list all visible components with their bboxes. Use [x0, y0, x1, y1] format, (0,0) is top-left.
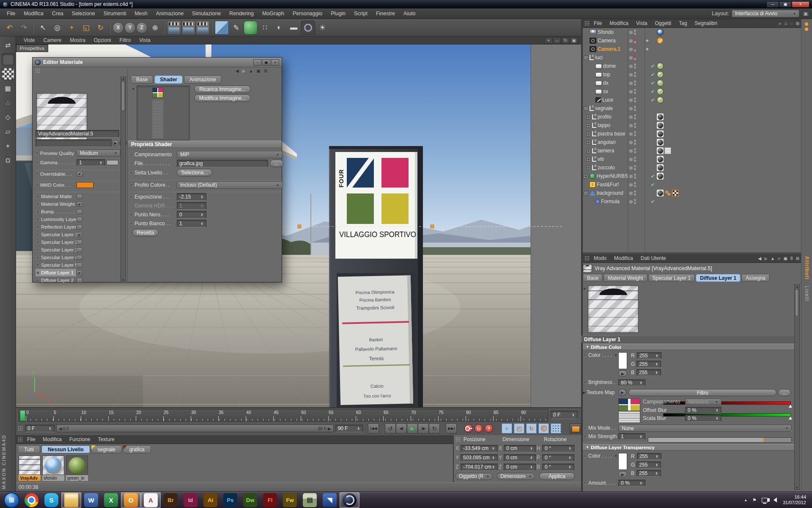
- volume-icon[interactable]: [774, 497, 777, 502]
- mix-strength-field[interactable]: 1: [618, 433, 645, 440]
- object-row[interactable]: - luci ⌖: [583, 53, 801, 62]
- mtlid-color-swatch[interactable]: [77, 182, 93, 188]
- viewport-menu-item[interactable]: Vista: [135, 37, 154, 43]
- layer-checkbox[interactable]: [77, 209, 82, 214]
- expand-toggle[interactable]: +: [586, 132, 591, 136]
- selection-handle-right[interactable]: [431, 225, 434, 228]
- visibility-dots[interactable]: [634, 55, 636, 60]
- layer-dot[interactable]: [629, 199, 633, 204]
- snap-icon[interactable]: Ω: [2, 154, 14, 166]
- mm-menu-item[interactable]: Funzione: [66, 436, 94, 442]
- layer-dot[interactable]: [629, 89, 633, 94]
- object-tags[interactable]: [656, 156, 801, 163]
- expand-toggle[interactable]: +: [586, 115, 591, 119]
- drag-grip[interactable]: [35, 68, 41, 74]
- profilo-colore-dropdown[interactable]: Incluso (Default): [177, 181, 283, 189]
- tr-color-expand-button[interactable]: ▶: [618, 471, 627, 478]
- material-layer-row[interactable]: Specular Layer 2: [36, 238, 76, 246]
- enabled-check[interactable]: ✔: [650, 97, 656, 103]
- object-tags[interactable]: [656, 71, 801, 78]
- visibility-dots[interactable]: [634, 182, 636, 187]
- enable-axis-icon[interactable]: ⌖: [2, 140, 14, 152]
- timeline-ruler[interactable]: 051015202530354045505560657075808590: [19, 409, 548, 422]
- am-scrollbar[interactable]: ▲▼: [794, 284, 800, 490]
- visibility-dots[interactable]: [634, 148, 636, 153]
- taskbar-photoshop-icon[interactable]: Ps: [223, 493, 237, 507]
- tr-color-swatch[interactable]: [618, 453, 627, 470]
- key-scale-toggle[interactable]: ◰: [514, 423, 524, 433]
- layer-dot[interactable]: [629, 55, 633, 60]
- material-layer-row[interactable]: Specular Layer 4: [36, 254, 76, 261]
- record-key-button[interactable]: [464, 424, 473, 433]
- object-name[interactable]: lamiera: [598, 148, 614, 154]
- material-layer-row[interactable]: Diffuse Layer 2: [36, 276, 76, 284]
- material-editor-scrollbar[interactable]: ▲▼: [121, 77, 126, 282]
- toolbar-separator[interactable]: [212, 21, 213, 34]
- layer-arrow-button[interactable]: ▶: [112, 140, 118, 146]
- taskbar-excel-icon[interactable]: X: [104, 493, 118, 507]
- om-menu-item[interactable]: Tag: [675, 20, 691, 26]
- render-settings-icon[interactable]: [181, 21, 195, 35]
- am-up-icon[interactable]: ▲: [771, 256, 775, 261]
- object-name[interactable]: Sfondo: [598, 29, 614, 35]
- close-button[interactable]: ×: [792, 1, 809, 8]
- me-nav-icons[interactable]: ◀▶▲▣⊞: [236, 69, 267, 73]
- object-tags[interactable]: [656, 164, 801, 171]
- axis-y-button[interactable]: Y: [124, 22, 136, 33]
- menu-item[interactable]: MoGraph: [258, 11, 288, 17]
- layer-checkbox[interactable]: [77, 217, 82, 222]
- layer-checkbox[interactable]: [77, 262, 82, 268]
- material-layer-row[interactable]: Specular Layer 1 ✔: [36, 231, 76, 238]
- menu-item[interactable]: Crea: [48, 11, 68, 17]
- viewport-view-label[interactable]: Prospettiva: [16, 44, 48, 52]
- side-tab[interactable]: Livelli: [804, 286, 810, 301]
- campionamento-dropdown[interactable]: MIP: [177, 151, 283, 158]
- enabled-check[interactable]: ✔: [650, 199, 656, 204]
- object-row[interactable]: Formula ⌖ ✔: [583, 197, 801, 206]
- prev-key-button[interactable]: ↺: [385, 423, 396, 433]
- object-name[interactable]: Camera.1: [598, 46, 620, 52]
- spline-pen-icon[interactable]: ✎: [229, 21, 243, 35]
- taskbar-indesign-icon[interactable]: Id: [184, 493, 198, 507]
- object-name[interactable]: angolari: [598, 139, 616, 145]
- enabled-check[interactable]: ✔: [650, 174, 656, 179]
- material-layer-selector[interactable]: ▶ ◗: [36, 139, 129, 147]
- visibility-dots[interactable]: [634, 106, 636, 111]
- current-frame-field[interactable]: 0 F: [25, 425, 55, 432]
- taskbar-chrome-icon[interactable]: [25, 493, 38, 507]
- object-row[interactable]: + zoccolo ⌖: [583, 163, 801, 172]
- transparency-header[interactable]: ▼Diffuse Layer Transparency: [583, 444, 794, 450]
- visibility-dots[interactable]: [634, 80, 636, 86]
- expand-toggle[interactable]: +: [586, 149, 591, 153]
- am-tab[interactable]: Assegna: [741, 274, 770, 282]
- amount-field[interactable]: 0 %: [618, 480, 645, 486]
- menu-item[interactable]: Modifica: [19, 11, 48, 17]
- object-name[interactable]: tappo: [598, 122, 610, 128]
- object-row[interactable]: dx ⌖ ✔: [583, 79, 801, 87]
- om-menu-item[interactable]: File: [590, 20, 606, 26]
- timeline-playhead[interactable]: [20, 410, 25, 421]
- expand-toggle[interactable]: -: [584, 106, 588, 111]
- window-titlebar[interactable]: CINEMA 4D R13.061 Studio - [totem per es…: [0, 0, 812, 8]
- layer-dot[interactable]: [629, 182, 633, 187]
- dc-r-field[interactable]: 255: [637, 352, 661, 359]
- toolbar-separator[interactable]: [164, 21, 165, 34]
- seleziona-button[interactable]: Seleziona...: [177, 169, 212, 177]
- start-button[interactable]: ⊞: [4, 492, 19, 508]
- om-home-icon[interactable]: ⌂: [784, 20, 787, 26]
- visibility-dots[interactable]: [634, 157, 636, 162]
- layer-dot[interactable]: [629, 157, 633, 161]
- visibility-dots[interactable]: [634, 131, 636, 136]
- visibility-dots[interactable]: [634, 199, 636, 204]
- shader-tree-box[interactable]: [137, 86, 190, 141]
- axis-z-button[interactable]: Z: [136, 22, 148, 33]
- visibility-dots[interactable]: [634, 114, 636, 119]
- layer-checkbox[interactable]: ✔: [77, 270, 82, 275]
- mm-menu-item[interactable]: File: [23, 436, 39, 442]
- visibility-dots[interactable]: [634, 97, 636, 102]
- taskbar-bridge-icon[interactable]: Br: [164, 493, 178, 507]
- timeline-current-frame-field[interactable]: 0 F: [551, 411, 578, 419]
- enabled-check[interactable]: ✔: [650, 80, 656, 86]
- object-row[interactable]: sx ⌖ ✔: [583, 87, 801, 96]
- scale-tool-icon[interactable]: ◱: [79, 21, 93, 35]
